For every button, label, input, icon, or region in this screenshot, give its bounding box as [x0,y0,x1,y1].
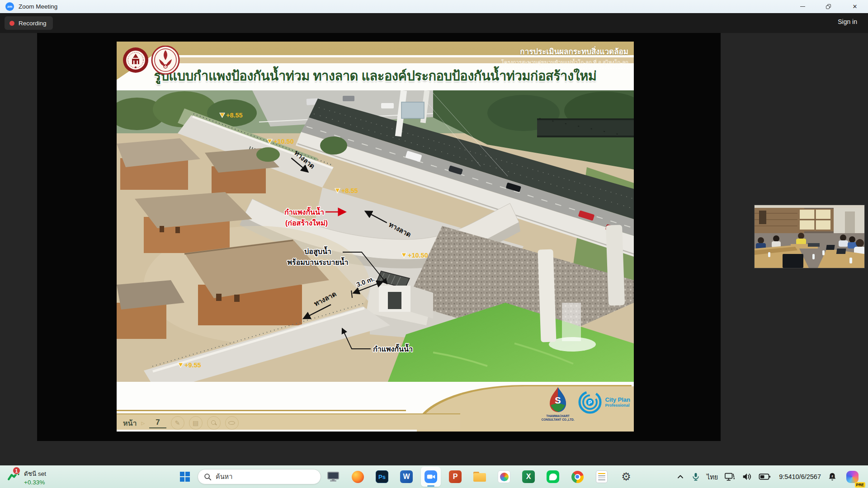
microphone-icon [691,472,700,482]
volume-button[interactable] [738,468,755,486]
rendering-image: +8.55 +10.50 +8.55 +10.50 [117,90,634,382]
copilot-button[interactable]: PRE [843,468,862,486]
header-dotted-line [501,68,628,69]
tray-overflow-button[interactable] [673,468,688,486]
display-device-button[interactable] [721,468,738,486]
stock-change-value: +0.33% [24,479,46,486]
page-label: หน้า [123,418,137,429]
maximize-button[interactable] [816,0,842,13]
department-seal-icon [151,46,180,75]
app-monitor[interactable] [323,467,343,487]
system-tray: ไทย [673,465,868,488]
meeting-stage: รูปแบบกำแพงป้องกันน้ำท่วม ทางลาด และองค์… [0,33,868,465]
cityplan-logo: P City Plan Professional [578,390,630,414]
app-zoom[interactable] [421,467,441,487]
app-word[interactable]: W [396,467,416,487]
app-notepad[interactable] [592,467,612,487]
clock-widget[interactable]: 9:54 10/6/2567 [776,468,824,486]
svg-text:+10.50: +10.50 [408,252,428,259]
excel-icon: X [522,470,535,483]
line-messenger-icon [547,470,559,483]
footer-gold-line [117,410,406,411]
presentation-slide: รูปแบบกำแพงป้องกันน้ำท่วม ทางลาด และองค์… [117,42,634,432]
svg-text:z: z [831,474,833,478]
photoshop-icon: Ps [376,470,388,483]
cityplan-sub: Professional [605,403,630,408]
svg-text:บ่อสูบน้ำ: บ่อสูบน้ำ [304,246,331,257]
minimize-icon [800,6,805,7]
app-photos[interactable] [494,467,514,487]
stocks-widget[interactable]: 1 ดัชนี set +0.33% [7,467,46,486]
app-settings[interactable]: ⚙ [616,467,636,487]
footer-strip: หน้า ▷ 7 ✎ ▤ [117,413,460,430]
svg-text:S: S [555,395,561,405]
monitor-icon [327,471,340,482]
consultant-name2: CONSULTANT CO.,LTD. [540,418,576,422]
battery-button[interactable] [755,468,774,486]
search-input[interactable] [216,473,306,480]
slide-header: รูปแบบกำแพงป้องกันน้ำท่วม ทางลาด และองค์… [117,42,634,90]
chrome-icon [571,471,584,483]
minimize-button[interactable] [789,0,816,13]
app-powerpoint[interactable]: P [445,467,465,487]
go-icon [225,416,239,430]
photos-icon [498,470,510,483]
window-title: Zoom Meeting [19,3,57,10]
page-controls: หน้า ▷ 7 ✎ ▤ [123,416,239,430]
language-indicator[interactable]: ไทย [703,468,721,486]
svg-text:+10.50: +10.50 [274,138,294,145]
microphone-button[interactable] [688,468,703,486]
slide-footer: หน้า ▷ 7 ✎ ▤ S [117,382,634,432]
notepad-icon [596,470,608,483]
cityplan-name: City Plan [605,397,630,403]
svg-text:P: P [588,399,592,406]
notification-center-button[interactable]: z [824,468,840,486]
app-excel[interactable]: X [519,467,538,487]
tray-date: 10/6/2567 [792,473,821,481]
sign-in-button[interactable]: Sign in [838,18,857,25]
recording-indicator[interactable]: Recording [5,16,53,30]
notification-badge: 1 [13,467,20,474]
consultant-logo: S THAMMACHART CONSULTANT CO.,LTD. [540,386,576,422]
project-subtitle: โครงการสะพานคู่ขนานข้ามแม่น้ำโก-ลก ที่ อ… [501,58,628,66]
svg-text:พร้อมบานระบายน้ำ: พร้อมบานระบายน้ำ [288,257,349,266]
app-firefox[interactable] [348,467,368,487]
notification-bell-icon: z [827,472,837,482]
zoom-app-icon: zm [5,2,14,11]
app-photoshop[interactable]: Ps [372,467,392,487]
page-prev-icon: ▷ [141,421,145,426]
project-caption: การประเมินผลกระทบสิ่งแวดล้อม โครงการสะพา… [501,45,628,69]
svg-text:กำแพงกั้นน้ำ: กำแพงกั้นน้ำ [284,206,324,216]
app-line[interactable] [543,467,563,487]
folder-icon [473,472,486,482]
svg-text:+9.55: +9.55 [184,361,201,369]
powerpoint-icon: P [449,470,462,483]
meeting-menubar: Recording Sign in [0,13,868,33]
desktop: zm Zoom Meeting ✕ Recording Sign in รูปแ… [0,0,868,488]
taskbar-search[interactable] [198,469,321,484]
restore-icon [826,4,831,9]
battery-icon [759,472,771,481]
firefox-icon [352,471,364,483]
printer-icon: ▤ [189,416,203,430]
copilot-icon [846,471,859,483]
agency-seal-icon [123,47,149,73]
page-number: 7 [149,418,166,428]
app-chrome[interactable] [567,467,587,487]
project-title: การประเมินผลกระทบสิ่งแวดล้อม [501,45,628,57]
gear-icon: ⚙ [621,470,631,483]
window-controls: ✕ [789,0,868,13]
start-button[interactable] [177,469,193,484]
stock-index-label: ดัชนี set [24,469,46,479]
svg-text:+8.55: +8.55 [226,112,243,119]
participant-video-thumbnail[interactable] [754,205,865,268]
consultant-name: THAMMACHART [540,414,576,418]
taskbar-apps: Ps W P X [323,467,636,487]
pencil-icon: ✎ [171,416,184,430]
language-label: ไทย [707,472,718,482]
chevron-up-icon [676,472,685,481]
recording-label: Recording [19,20,47,27]
close-button[interactable]: ✕ [842,0,868,13]
app-file-explorer[interactable] [470,467,490,487]
magnifier-icon [207,416,221,430]
